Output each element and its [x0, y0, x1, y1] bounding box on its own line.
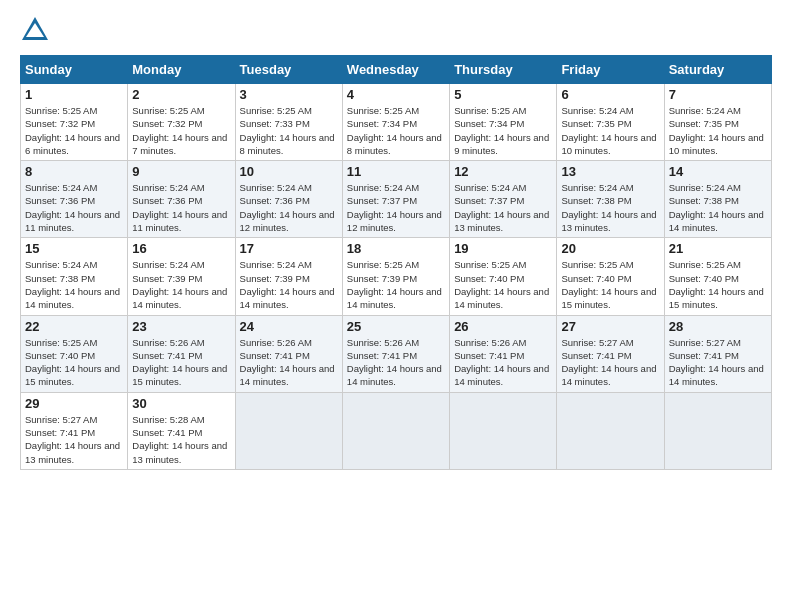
calendar-cell: 13Sunrise: 5:24 AMSunset: 7:38 PMDayligh…	[557, 161, 664, 238]
day-number: 29	[25, 396, 123, 411]
day-info: Sunrise: 5:25 AMSunset: 7:34 PMDaylight:…	[347, 104, 445, 157]
day-info: Sunrise: 5:24 AMSunset: 7:39 PMDaylight:…	[132, 258, 230, 311]
calendar-week-3: 15Sunrise: 5:24 AMSunset: 7:38 PMDayligh…	[21, 238, 772, 315]
day-number: 18	[347, 241, 445, 256]
day-number: 25	[347, 319, 445, 334]
calendar-cell: 20Sunrise: 5:25 AMSunset: 7:40 PMDayligh…	[557, 238, 664, 315]
day-number: 13	[561, 164, 659, 179]
calendar-cell	[235, 392, 342, 469]
calendar-header-tuesday: Tuesday	[235, 56, 342, 84]
day-number: 9	[132, 164, 230, 179]
calendar: SundayMondayTuesdayWednesdayThursdayFrid…	[20, 55, 772, 470]
calendar-cell: 18Sunrise: 5:25 AMSunset: 7:39 PMDayligh…	[342, 238, 449, 315]
calendar-cell: 2Sunrise: 5:25 AMSunset: 7:32 PMDaylight…	[128, 84, 235, 161]
day-info: Sunrise: 5:25 AMSunset: 7:34 PMDaylight:…	[454, 104, 552, 157]
day-number: 23	[132, 319, 230, 334]
day-info: Sunrise: 5:24 AMSunset: 7:37 PMDaylight:…	[347, 181, 445, 234]
day-number: 6	[561, 87, 659, 102]
day-number: 10	[240, 164, 338, 179]
logo-icon	[20, 15, 50, 45]
calendar-cell	[557, 392, 664, 469]
day-number: 5	[454, 87, 552, 102]
calendar-header-wednesday: Wednesday	[342, 56, 449, 84]
day-number: 16	[132, 241, 230, 256]
calendar-cell: 23Sunrise: 5:26 AMSunset: 7:41 PMDayligh…	[128, 315, 235, 392]
day-info: Sunrise: 5:26 AMSunset: 7:41 PMDaylight:…	[347, 336, 445, 389]
calendar-cell: 25Sunrise: 5:26 AMSunset: 7:41 PMDayligh…	[342, 315, 449, 392]
day-info: Sunrise: 5:27 AMSunset: 7:41 PMDaylight:…	[25, 413, 123, 466]
calendar-cell: 22Sunrise: 5:25 AMSunset: 7:40 PMDayligh…	[21, 315, 128, 392]
day-info: Sunrise: 5:24 AMSunset: 7:38 PMDaylight:…	[25, 258, 123, 311]
page: SundayMondayTuesdayWednesdayThursdayFrid…	[0, 0, 792, 612]
day-info: Sunrise: 5:27 AMSunset: 7:41 PMDaylight:…	[669, 336, 767, 389]
calendar-cell: 26Sunrise: 5:26 AMSunset: 7:41 PMDayligh…	[450, 315, 557, 392]
calendar-cell	[450, 392, 557, 469]
day-number: 27	[561, 319, 659, 334]
day-info: Sunrise: 5:24 AMSunset: 7:35 PMDaylight:…	[669, 104, 767, 157]
day-number: 1	[25, 87, 123, 102]
calendar-cell: 29Sunrise: 5:27 AMSunset: 7:41 PMDayligh…	[21, 392, 128, 469]
calendar-cell: 9Sunrise: 5:24 AMSunset: 7:36 PMDaylight…	[128, 161, 235, 238]
calendar-cell: 28Sunrise: 5:27 AMSunset: 7:41 PMDayligh…	[664, 315, 771, 392]
day-info: Sunrise: 5:25 AMSunset: 7:32 PMDaylight:…	[25, 104, 123, 157]
day-number: 21	[669, 241, 767, 256]
calendar-week-4: 22Sunrise: 5:25 AMSunset: 7:40 PMDayligh…	[21, 315, 772, 392]
day-number: 19	[454, 241, 552, 256]
calendar-cell: 5Sunrise: 5:25 AMSunset: 7:34 PMDaylight…	[450, 84, 557, 161]
day-info: Sunrise: 5:24 AMSunset: 7:37 PMDaylight:…	[454, 181, 552, 234]
calendar-cell: 11Sunrise: 5:24 AMSunset: 7:37 PMDayligh…	[342, 161, 449, 238]
day-info: Sunrise: 5:27 AMSunset: 7:41 PMDaylight:…	[561, 336, 659, 389]
day-info: Sunrise: 5:25 AMSunset: 7:33 PMDaylight:…	[240, 104, 338, 157]
calendar-cell	[342, 392, 449, 469]
day-info: Sunrise: 5:25 AMSunset: 7:40 PMDaylight:…	[669, 258, 767, 311]
day-number: 11	[347, 164, 445, 179]
day-number: 2	[132, 87, 230, 102]
day-info: Sunrise: 5:28 AMSunset: 7:41 PMDaylight:…	[132, 413, 230, 466]
calendar-header-monday: Monday	[128, 56, 235, 84]
day-info: Sunrise: 5:24 AMSunset: 7:39 PMDaylight:…	[240, 258, 338, 311]
day-info: Sunrise: 5:24 AMSunset: 7:36 PMDaylight:…	[25, 181, 123, 234]
calendar-cell: 16Sunrise: 5:24 AMSunset: 7:39 PMDayligh…	[128, 238, 235, 315]
calendar-header-sunday: Sunday	[21, 56, 128, 84]
calendar-cell: 30Sunrise: 5:28 AMSunset: 7:41 PMDayligh…	[128, 392, 235, 469]
day-number: 28	[669, 319, 767, 334]
day-number: 24	[240, 319, 338, 334]
day-number: 15	[25, 241, 123, 256]
day-info: Sunrise: 5:26 AMSunset: 7:41 PMDaylight:…	[240, 336, 338, 389]
day-info: Sunrise: 5:24 AMSunset: 7:38 PMDaylight:…	[561, 181, 659, 234]
day-number: 12	[454, 164, 552, 179]
day-info: Sunrise: 5:24 AMSunset: 7:35 PMDaylight:…	[561, 104, 659, 157]
calendar-cell: 12Sunrise: 5:24 AMSunset: 7:37 PMDayligh…	[450, 161, 557, 238]
day-number: 26	[454, 319, 552, 334]
header	[20, 15, 772, 45]
day-info: Sunrise: 5:26 AMSunset: 7:41 PMDaylight:…	[454, 336, 552, 389]
day-info: Sunrise: 5:25 AMSunset: 7:32 PMDaylight:…	[132, 104, 230, 157]
calendar-cell: 17Sunrise: 5:24 AMSunset: 7:39 PMDayligh…	[235, 238, 342, 315]
day-number: 8	[25, 164, 123, 179]
calendar-header-row: SundayMondayTuesdayWednesdayThursdayFrid…	[21, 56, 772, 84]
calendar-cell: 8Sunrise: 5:24 AMSunset: 7:36 PMDaylight…	[21, 161, 128, 238]
day-number: 30	[132, 396, 230, 411]
day-info: Sunrise: 5:24 AMSunset: 7:36 PMDaylight:…	[240, 181, 338, 234]
calendar-cell: 7Sunrise: 5:24 AMSunset: 7:35 PMDaylight…	[664, 84, 771, 161]
calendar-cell: 1Sunrise: 5:25 AMSunset: 7:32 PMDaylight…	[21, 84, 128, 161]
day-info: Sunrise: 5:24 AMSunset: 7:38 PMDaylight:…	[669, 181, 767, 234]
logo	[20, 15, 54, 45]
day-number: 17	[240, 241, 338, 256]
calendar-cell: 24Sunrise: 5:26 AMSunset: 7:41 PMDayligh…	[235, 315, 342, 392]
calendar-cell: 19Sunrise: 5:25 AMSunset: 7:40 PMDayligh…	[450, 238, 557, 315]
calendar-header-thursday: Thursday	[450, 56, 557, 84]
day-number: 4	[347, 87, 445, 102]
day-info: Sunrise: 5:25 AMSunset: 7:40 PMDaylight:…	[25, 336, 123, 389]
calendar-cell: 10Sunrise: 5:24 AMSunset: 7:36 PMDayligh…	[235, 161, 342, 238]
day-number: 3	[240, 87, 338, 102]
calendar-cell: 4Sunrise: 5:25 AMSunset: 7:34 PMDaylight…	[342, 84, 449, 161]
calendar-cell: 14Sunrise: 5:24 AMSunset: 7:38 PMDayligh…	[664, 161, 771, 238]
day-info: Sunrise: 5:25 AMSunset: 7:40 PMDaylight:…	[561, 258, 659, 311]
day-number: 20	[561, 241, 659, 256]
calendar-cell: 15Sunrise: 5:24 AMSunset: 7:38 PMDayligh…	[21, 238, 128, 315]
calendar-cell: 27Sunrise: 5:27 AMSunset: 7:41 PMDayligh…	[557, 315, 664, 392]
calendar-cell: 6Sunrise: 5:24 AMSunset: 7:35 PMDaylight…	[557, 84, 664, 161]
day-info: Sunrise: 5:25 AMSunset: 7:39 PMDaylight:…	[347, 258, 445, 311]
calendar-header-saturday: Saturday	[664, 56, 771, 84]
